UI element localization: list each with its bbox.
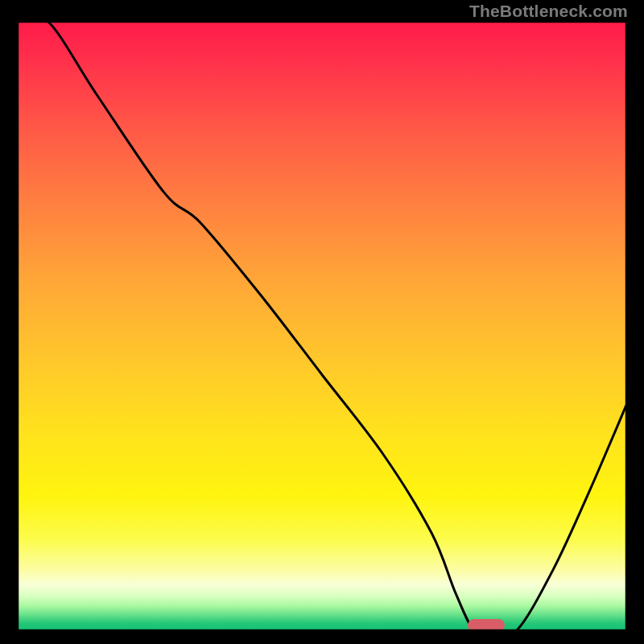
plot-area bbox=[18, 22, 626, 630]
optimal-marker bbox=[468, 619, 505, 630]
chart-frame: TheBottleneck.com bbox=[0, 0, 644, 644]
watermark-text: TheBottleneck.com bbox=[469, 2, 628, 21]
bottleneck-curve bbox=[18, 22, 626, 630]
